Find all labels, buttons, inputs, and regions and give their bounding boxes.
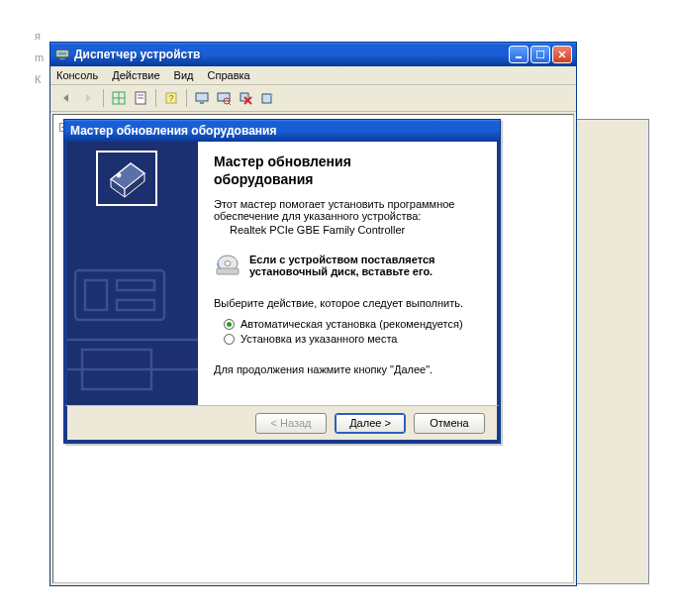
svg-rect-3 [516,56,522,58]
svg-rect-38 [217,268,239,274]
toolbar-forward-icon[interactable] [78,88,98,108]
svg-rect-1 [59,58,64,60]
wizard-continue-text: Для продолжения нажмите кнопку "Далее". [214,363,481,375]
wizard-title: Мастер обновления оборудования [70,124,276,138]
radio-manual-label: Установка из указанного места [240,333,397,345]
toolbar-monitor-icon[interactable] [192,88,212,108]
wizard-titlebar[interactable]: Мастер обновления оборудования [64,120,500,142]
radio-icon[interactable] [224,334,235,345]
toolbar-properties-icon[interactable] [131,88,150,108]
svg-rect-2 [58,51,67,55]
wizard-intro-text: Этот мастер помогает установить программ… [214,198,481,222]
wizard-body: Мастер обновления оборудования Этот маст… [64,142,500,405]
menu-console[interactable]: Консоль [56,69,98,81]
toolbar-scan-icon[interactable] [214,88,234,108]
toolbar-uninstall-icon[interactable] [236,88,255,108]
toolbar-separator [155,89,156,107]
svg-rect-16 [200,102,204,104]
svg-text:?: ? [168,93,173,103]
svg-rect-4 [536,51,544,58]
toolbar-separator [103,89,104,107]
svg-point-37 [225,261,231,266]
radio-option-manual[interactable]: Установка из указанного места [224,333,481,345]
hardware-update-wizard-window: Мастер обновления оборудования [63,119,501,444]
cd-icon [214,254,241,277]
radio-option-auto[interactable]: Автоматическая установка (рекомендуется) [224,318,481,330]
radio-auto-label: Автоматическая установка (рекомендуется) [240,318,463,330]
window-buttons [509,46,572,63]
wizard-choose-action-text: Выберите действие, которое следует выпол… [214,297,481,309]
wizard-content: Мастер обновления оборудования Этот маст… [198,142,497,405]
device-manager-toolbar: ? [50,85,576,112]
wizard-footer: < Назад Далее > Отмена [64,405,500,443]
back-button: < Назад [255,413,327,434]
wizard-sidebar-graphic [67,142,198,405]
wizard-cd-hint: Если с устройством поставляется установо… [214,254,481,277]
device-manager-icon [54,47,70,62]
menu-view[interactable]: Вид [174,69,194,81]
minimize-button[interactable] [509,46,529,63]
next-button[interactable]: Далее > [335,413,406,434]
wizard-heading: Мастер обновления оборудования [214,154,481,188]
wizard-cd-hint-text: Если с устройством поставляется установо… [249,254,435,277]
svg-point-28 [117,173,121,177]
menu-help[interactable]: Справка [208,69,250,81]
toolbar-grid-icon[interactable] [109,88,129,108]
close-button[interactable] [552,46,572,63]
toolbar-back-icon[interactable] [56,88,76,108]
device-manager-menubar: Консоль Действие Вид Справка [50,66,576,85]
svg-line-19 [229,103,231,105]
device-manager-titlebar[interactable]: Диспетчер устройств [50,43,576,66]
wizard-radio-group: Автоматическая установка (рекомендуется)… [214,315,481,348]
maximize-button[interactable] [530,46,550,63]
svg-rect-15 [196,93,208,101]
wizard-device-name: Realtek PCIe GBE Family Controller [214,224,481,236]
radio-icon[interactable] [224,319,235,330]
menu-action[interactable]: Действие [112,69,159,81]
cancel-button[interactable]: Отмена [414,413,485,434]
toolbar-separator [186,89,187,107]
device-manager-title: Диспетчер устройств [74,48,509,61]
svg-rect-23 [262,94,271,103]
toolbar-help-icon[interactable]: ? [161,88,181,108]
toolbar-update-icon[interactable] [257,88,277,108]
